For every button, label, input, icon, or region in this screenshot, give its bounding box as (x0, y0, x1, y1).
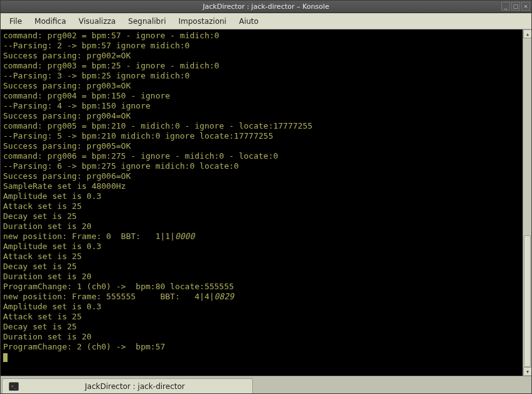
terminal-line: Success parsing: prg004=OK (3, 111, 520, 121)
terminal-line: Success parsing: prg003=OK (3, 81, 520, 91)
terminal-line: Duration set is 20 (3, 221, 520, 232)
terminal-line: Attack set is 25 (3, 312, 520, 322)
terminal-line: --Parsing: 3 -> bpm:25 ignore midich:0 (3, 71, 520, 81)
tab-label: JackDirector : jack-director (24, 382, 246, 391)
terminal-line: Amplitude set is 0.3 (3, 242, 520, 252)
terminal-line: command: prg004 = bpm:150 - ignore (3, 91, 520, 101)
terminal-cursor-line (3, 352, 520, 362)
menu-help[interactable]: Aiuto (233, 15, 265, 28)
app-window: JackDirector : jack-director – Konsole _… (0, 0, 532, 394)
tab-active[interactable]: JackDirector : jack-director (2, 378, 253, 393)
terminal-line: Decay set is 25 (3, 322, 520, 332)
terminal-icon (9, 382, 19, 391)
scroll-track[interactable] (523, 38, 531, 367)
terminal-line: ProgramChange: 2 (ch0) -> bpm:57 (3, 342, 520, 352)
terminal-line: command: prg003 = bpm:25 - ignore - midi… (3, 61, 520, 71)
tabbar: JackDirector : jack-director (1, 376, 531, 393)
window-controls: _ □ × (501, 2, 530, 11)
terminal-line: command: prg006 = bpm:275 - ignore - mid… (3, 151, 520, 161)
menu-file[interactable]: File (3, 15, 28, 28)
scroll-down-button[interactable]: ▾ (523, 367, 531, 376)
terminal-line: Decay set is 25 (3, 262, 520, 272)
scroll-up-button[interactable]: ▴ (523, 29, 531, 38)
terminal-line: Amplitude set is 0.3 (3, 191, 520, 201)
terminal-line: --Parsing: 2 -> bpm:57 ignore midich:0 (3, 41, 520, 51)
terminal-cursor (3, 353, 8, 362)
menu-edit[interactable]: Modifica (28, 15, 72, 28)
terminal-line: ProgramChange: 1 (ch0) -> bpm:80 locate:… (3, 282, 520, 292)
minimize-button[interactable]: _ (501, 2, 510, 11)
terminal-line: Success parsing: prg002=OK (3, 51, 520, 61)
terminal-line: Success parsing: prg006=OK (3, 171, 520, 181)
terminal-line: SampleRate set is 48000Hz (3, 181, 520, 191)
terminal-line: Amplitude set is 0.3 (3, 302, 520, 312)
terminal-line: --Parsing: 6 -> bpm:275 ignore midich:0 … (3, 161, 520, 171)
menubar: File Modifica Visualizza Segnalibri Impo… (1, 13, 531, 29)
scroll-thumb[interactable] (524, 235, 531, 367)
terminal-line: command: prg002 = bpm:57 - ignore - midi… (3, 31, 520, 41)
terminal-line: --Parsing: 5 -> bpm:210 midich:0 ignore … (3, 131, 520, 141)
terminal-container: command: prg002 = bpm:57 - ignore - midi… (1, 29, 531, 376)
menu-settings[interactable]: Impostazioni (173, 15, 233, 28)
terminal-line: Attack set is 25 (3, 201, 520, 211)
titlebar: JackDirector : jack-director – Konsole _… (1, 1, 531, 13)
terminal-line: new position: Frame: 0 BBT: 1|1|0000 (3, 232, 520, 242)
terminal-line: Success parsing: prg005=OK (3, 141, 520, 151)
maximize-button[interactable]: □ (511, 2, 520, 11)
terminal-line: Decay set is 25 (3, 211, 520, 221)
terminal-line: --Parsing: 4 -> bpm:150 ignore (3, 101, 520, 111)
menu-bookmarks[interactable]: Segnalibri (122, 15, 172, 28)
terminal-line: new position: Frame: 555555 BBT: 4|4|082… (3, 292, 520, 302)
menu-view[interactable]: Visualizza (72, 15, 122, 28)
terminal-line: Attack set is 25 (3, 252, 520, 262)
close-button[interactable]: × (521, 2, 530, 11)
terminal-line: Duration set is 20 (3, 332, 520, 342)
window-title: JackDirector : jack-director – Konsole (203, 3, 329, 11)
scrollbar: ▴ ▾ (523, 29, 531, 376)
terminal-line: Duration set is 20 (3, 272, 520, 282)
terminal-output[interactable]: command: prg002 = bpm:57 - ignore - midi… (1, 29, 523, 376)
terminal-line: command: prg005 = bpm:210 - midich:0 - i… (3, 121, 520, 131)
